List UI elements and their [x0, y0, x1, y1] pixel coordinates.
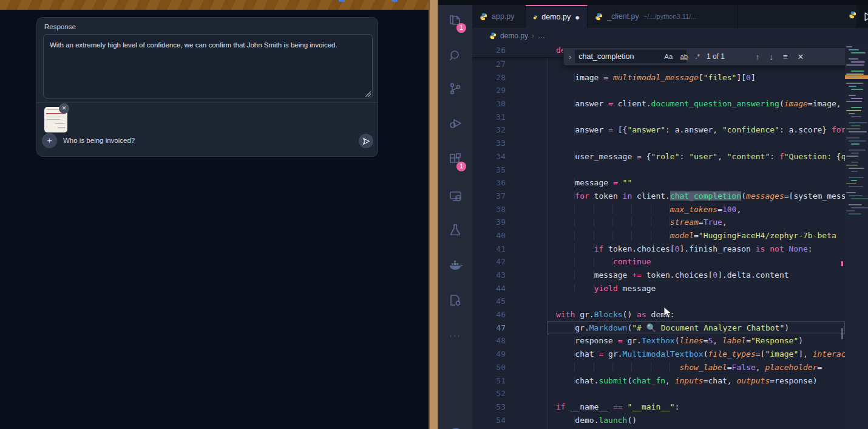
- line-number: 52: [472, 387, 516, 400]
- find-in-selection-button[interactable]: ≡: [780, 52, 791, 61]
- minimap-line: [846, 128, 860, 129]
- response-label: Response: [44, 23, 76, 30]
- add-attachment-button[interactable]: +: [42, 133, 57, 148]
- screen: Response With an extremely high level of…: [0, 0, 868, 429]
- whole-word-button[interactable]: ab: [678, 52, 690, 61]
- minimap-line: [849, 140, 866, 142]
- minimap-line: [849, 149, 866, 151]
- line-number: 30: [472, 97, 516, 111]
- source-control-icon: [448, 81, 463, 96]
- regex-button[interactable]: .*: [693, 52, 702, 61]
- next-match-button[interactable]: ↓: [766, 52, 776, 61]
- extensions-item[interactable]: 1: [438, 143, 472, 175]
- breadcrumb[interactable]: demo.py › …: [472, 28, 868, 44]
- thumb-detail: [47, 117, 65, 117]
- line-number: 28: [472, 71, 516, 84]
- more-actions-item[interactable]: ···: [438, 331, 472, 340]
- thumb-detail: [58, 127, 65, 128]
- line-number: 42: [472, 255, 516, 269]
- minimap-line: [846, 110, 861, 111]
- find-results-count: 1 of 1: [707, 52, 733, 61]
- account-item[interactable]: [438, 418, 472, 429]
- minimap-line: [851, 171, 858, 172]
- line-number: 53: [472, 400, 516, 414]
- response-textarea[interactable]: With an extremely high level of confiden…: [43, 34, 373, 98]
- minimap-line: [846, 192, 856, 193]
- python-icon: [489, 32, 497, 39]
- python-icon: [849, 11, 856, 19]
- tab-path: ~/.../python3.11/...: [643, 13, 697, 20]
- code-line: 49 chat = gr.MultimodalTextbox(file_type…: [472, 348, 845, 361]
- explorer-badge: 1: [456, 23, 466, 33]
- source-control-item[interactable]: [438, 73, 472, 105]
- minimap-line: [846, 83, 863, 84]
- gradio-card: Response With an extremely high level of…: [36, 17, 378, 157]
- code-line: 31: [472, 111, 845, 124]
- testing-item[interactable]: [438, 214, 472, 245]
- overview-ruler-mark: [841, 261, 843, 266]
- task-runner-item[interactable]: [438, 284, 472, 316]
- code-line: 34 user_message = {"role": "user", "cont…: [472, 150, 845, 163]
- code-text: [547, 163, 845, 177]
- minimap-line: [851, 116, 861, 117]
- minimap-line: [849, 113, 855, 114]
- line-number: 44: [472, 282, 516, 295]
- run-button[interactable]: [863, 12, 868, 22]
- resize-handle-icon[interactable]: [365, 91, 371, 97]
- search-item[interactable]: [438, 40, 472, 72]
- scrollbar-slider[interactable]: [841, 328, 843, 339]
- minimap-line: [851, 70, 864, 72]
- attachment-close-button[interactable]: ✕: [59, 103, 69, 114]
- match-case-button[interactable]: Aa: [662, 52, 674, 61]
- find-widget: › chat_completion Aa ab .* 1 of 1 ↑ ↓ ≡ …: [563, 47, 845, 66]
- minimap-line: [849, 168, 864, 169]
- tab-app-py[interactable]: app.py: [472, 5, 526, 28]
- find-collapse-chevron-icon[interactable]: ›: [569, 52, 571, 61]
- tab-client-py[interactable]: _client.py ~/.../python3.11/...: [588, 5, 738, 28]
- code-text: with gr.Blocks() as demo:: [547, 308, 845, 321]
- chat-message-text[interactable]: Who is being invoiced?: [63, 137, 135, 144]
- code-text: stream=True,: [547, 216, 845, 229]
- remote-explorer-item[interactable]: [438, 180, 472, 211]
- minimap[interactable]: [845, 44, 868, 429]
- explorer-item[interactable]: 1: [438, 5, 472, 36]
- line-number: 31: [472, 111, 516, 124]
- close-find-button[interactable]: ✕: [794, 52, 807, 61]
- run-debug-item[interactable]: [438, 107, 472, 139]
- line-number: 35: [472, 163, 516, 177]
- code-line: 38 max_tokens=100,: [472, 203, 845, 216]
- code-editor[interactable]: 26de 2728 image = multimodal_message["fi…: [472, 44, 845, 429]
- send-button[interactable]: [359, 134, 373, 148]
- mouse-cursor-icon: [663, 306, 673, 320]
- line-number: 36: [472, 176, 516, 190]
- minimap-line: [849, 86, 856, 87]
- code-line: 35: [472, 163, 845, 177]
- debug-icon: [448, 115, 464, 131]
- header-fragment: [392, 0, 398, 2]
- code-line: 29: [472, 84, 845, 97]
- code-text: demo.launch(): [547, 414, 845, 427]
- code-line: 54 demo.launch(): [472, 414, 845, 427]
- code-text: yield message: [547, 282, 845, 295]
- modified-dot-icon[interactable]: ●: [575, 13, 580, 22]
- minimap-line: [846, 165, 858, 166]
- minimap-line: [846, 183, 856, 184]
- tab-demo-py[interactable]: demo.py ●: [526, 5, 588, 28]
- gradio-app-panel: Response With an extremely high level of…: [0, 0, 429, 429]
- python-icon: [480, 13, 487, 21]
- code-line: 36 message = "": [472, 176, 845, 190]
- python-icon: [595, 13, 603, 21]
- previous-match-button[interactable]: ↑: [753, 52, 763, 61]
- minimap-line: [849, 195, 863, 196]
- code-text: [547, 137, 845, 150]
- docker-item[interactable]: [438, 249, 472, 281]
- minimap-line: [849, 177, 864, 178]
- activity-bar: 1 1: [438, 5, 472, 429]
- send-icon: [362, 137, 370, 145]
- code-line: 55: [472, 427, 845, 429]
- breadcrumb-file[interactable]: demo.py: [500, 32, 528, 40]
- minimap-line: [851, 61, 865, 63]
- tab-label: app.py: [492, 12, 515, 21]
- breadcrumb-symbol[interactable]: …: [538, 32, 545, 40]
- code-text: show_label=False, placeholder=: [547, 361, 845, 374]
